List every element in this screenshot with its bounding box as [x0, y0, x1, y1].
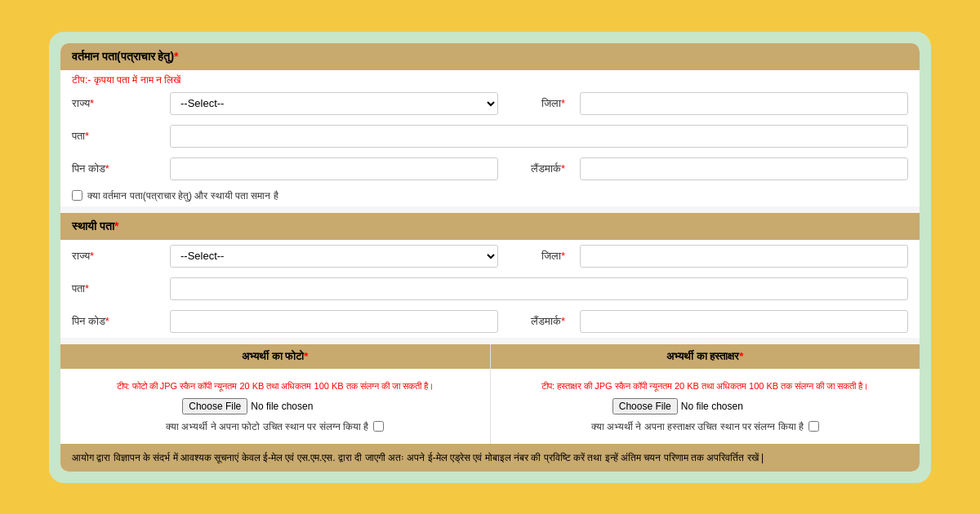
permanent-address-field: [170, 277, 908, 300]
photo-tip: टीप: फोटो की JPG स्कैन कॉपी न्यूनतम 20 K…: [72, 377, 479, 395]
permanent-district-field: [580, 245, 908, 268]
permanent-address-row: पता*: [60, 273, 920, 305]
divider-1: [60, 206, 920, 213]
info-bar: आयोग द्वारा विज्ञापन के संदर्भ में आवश्य…: [60, 444, 920, 472]
signature-upload-row: [502, 395, 909, 418]
permanent-pincode-landmark-row: पिन कोड* लैंडमार्क*: [60, 305, 920, 338]
permanent-address-label: पता*: [72, 282, 162, 295]
current-pincode-landmark-row: पिन कोड* लैंडमार्क*: [60, 153, 920, 185]
current-district-label: जिला*: [506, 97, 572, 110]
signature-tip: टीप: हस्ताक्षर की JPG स्कैन कॉपी न्यूनतम…: [502, 377, 909, 395]
divider-2: [60, 338, 920, 344]
current-state-select[interactable]: --Select--: [170, 92, 498, 115]
current-address-header: वर्तमान पता(पत्राचार हेतु)*: [60, 43, 920, 70]
current-state-district-row: राज्य* --Select-- जिला*: [60, 87, 920, 120]
permanent-state-field: --Select--: [170, 245, 498, 268]
permanent-address-title: स्थायी पता: [72, 219, 114, 233]
photo-upload-row: [72, 395, 479, 418]
permanent-address-input[interactable]: [170, 277, 908, 300]
current-address-tip: टीप:- कृपया पता में नाम न लिखें: [60, 70, 920, 87]
photo-header-text: अभ्यर्थी का फोटो: [242, 350, 304, 362]
permanent-state-district-row: राज्य* --Select-- जिला*: [60, 240, 920, 273]
current-pincode-input[interactable]: [170, 157, 498, 180]
signature-file-input[interactable]: [612, 398, 798, 414]
outer-wrapper: वर्तमान पता(पत्राचार हेतु)* टीप:- कृपया …: [49, 32, 931, 483]
permanent-landmark-label: लैंडमार्क*: [506, 315, 572, 328]
current-address-title: वर्तमान पता(पत्राचार हेतु): [72, 50, 174, 63]
photo-header: अभ्यर्थी का फोटो*: [60, 344, 491, 369]
current-landmark-label: लैंडमार्क*: [506, 162, 572, 175]
current-pincode-label: पिन कोड*: [72, 162, 162, 175]
info-bar-text: आयोग द्वारा विज्ञापन के संदर्भ में आवश्य…: [72, 452, 764, 463]
signature-checkbox-label: क्या अभ्यर्थी ने अपना हस्ताक्षर उचित स्थ…: [591, 421, 804, 432]
current-state-field: --Select--: [170, 92, 498, 115]
current-pincode-field: [170, 157, 498, 180]
current-address-field: [170, 125, 908, 148]
photo-col: टीप: फोटो की JPG स्कैन कॉपी न्यूनतम 20 K…: [60, 369, 491, 444]
current-address-input[interactable]: [170, 125, 908, 148]
photo-sig-section: टीप: फोटो की JPG स्कैन कॉपी न्यूनतम 20 K…: [60, 369, 920, 444]
permanent-district-label: जिला*: [506, 250, 572, 263]
photo-sig-headers: अभ्यर्थी का फोटो* अभ्यर्थी का हस्ताक्षर*: [60, 344, 920, 369]
same-address-label: क्या वर्तमान पता(पत्राचार हेतु) और स्थाय…: [87, 190, 278, 202]
permanent-landmark-input[interactable]: [580, 310, 908, 333]
current-address-label: पता*: [72, 130, 162, 143]
photo-checkbox-label: क्या अभ्यर्थी ने अपना फोटो उचित स्थान पर…: [166, 421, 368, 432]
same-address-checkbox[interactable]: [72, 190, 82, 201]
permanent-state-select[interactable]: --Select--: [170, 245, 498, 268]
permanent-state-label: राज्य*: [72, 250, 162, 263]
current-landmark-input[interactable]: [580, 157, 908, 180]
signature-checkbox-row: क्या अभ्यर्थी ने अपना हस्ताक्षर उचित स्थ…: [502, 418, 909, 436]
permanent-landmark-field: [580, 310, 908, 333]
permanent-address-header: स्थायी पता*: [60, 213, 920, 240]
same-address-row: क्या वर्तमान पता(पत्राचार हेतु) और स्थाय…: [60, 185, 920, 206]
current-state-label: राज्य*: [72, 97, 162, 110]
photo-checkbox-row: क्या अभ्यर्थी ने अपना फोटो उचित स्थान पर…: [72, 418, 479, 436]
permanent-pincode-input[interactable]: [170, 310, 498, 333]
permanent-pincode-label: पिन कोड*: [72, 315, 162, 328]
signature-header-text: अभ्यर्थी का हस्ताक्षर: [666, 350, 739, 362]
permanent-district-input[interactable]: [580, 245, 908, 268]
photo-file-input[interactable]: [182, 398, 368, 414]
current-landmark-field: [580, 157, 908, 180]
current-district-input[interactable]: [580, 92, 908, 115]
signature-header: अभ्यर्थी का हस्ताक्षर*: [491, 344, 920, 369]
signature-col: टीप: हस्ताक्षर की JPG स्कैन कॉपी न्यूनतम…: [491, 369, 920, 444]
permanent-pincode-field: [170, 310, 498, 333]
form-container: वर्तमान पता(पत्राचार हेतु)* टीप:- कृपया …: [60, 43, 920, 472]
signature-uploaded-checkbox[interactable]: [808, 421, 819, 432]
photo-uploaded-checkbox[interactable]: [373, 421, 384, 432]
current-address-row: पता*: [60, 120, 920, 153]
current-district-field: [580, 92, 908, 115]
